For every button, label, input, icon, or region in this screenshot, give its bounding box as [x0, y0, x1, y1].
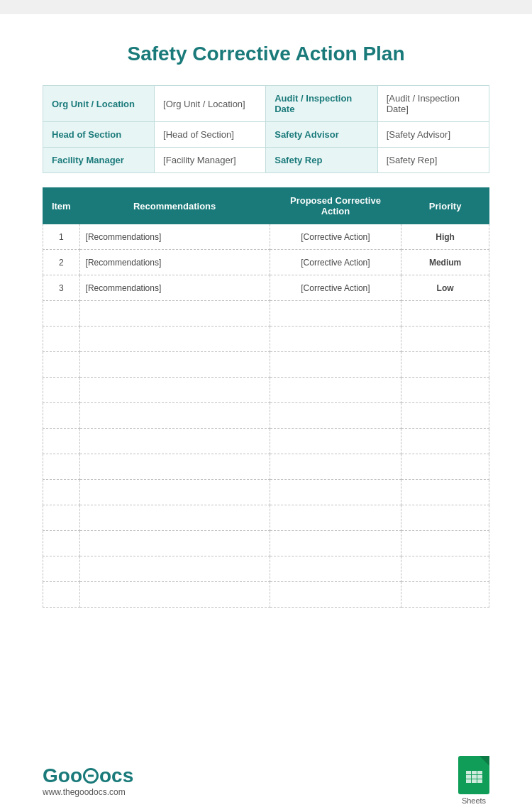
cell-priority: Medium	[401, 250, 489, 275]
cell-item	[43, 403, 80, 429]
cell-recommendation	[79, 403, 270, 429]
table-row	[43, 301, 489, 327]
cell-recommendation	[79, 301, 270, 327]
cell-item	[43, 454, 80, 480]
table-row	[43, 531, 489, 556]
table-row: 2[Recommendations][Corrective Action]Med…	[43, 250, 489, 275]
grid-cell	[477, 771, 482, 774]
table-row	[43, 429, 489, 454]
main-table: ItemRecommendationsProposed Corrective A…	[43, 187, 489, 608]
cell-corrective-action: [Corrective Action]	[270, 224, 401, 250]
info-value: [Head of Section]	[155, 122, 266, 148]
cell-corrective-action	[270, 327, 401, 352]
sheets-label: Sheets	[462, 796, 486, 805]
cell-item: 3	[43, 275, 80, 301]
info-label: Head of Section	[43, 122, 155, 148]
cell-recommendation	[79, 556, 270, 582]
page-title: Safety Corrective Action Plan	[43, 43, 489, 65]
cell-item	[43, 327, 80, 352]
logo-goo: Goo	[43, 764, 82, 787]
cell-item	[43, 582, 80, 608]
cell-recommendation	[79, 352, 270, 378]
info-row: Head of Section [Head of Section] Safety…	[43, 122, 489, 148]
cell-corrective-action	[270, 301, 401, 327]
sheets-grid	[466, 771, 482, 783]
table-row	[43, 480, 489, 505]
info-value: [Org Unit / Location]	[155, 86, 266, 122]
cell-item	[43, 429, 80, 454]
cell-priority: High	[401, 224, 489, 250]
cell-priority	[401, 301, 489, 327]
info-label: Safety Rep	[266, 148, 377, 173]
cell-corrective-action	[270, 429, 401, 454]
cell-priority	[401, 454, 489, 480]
cell-priority	[401, 480, 489, 505]
grid-cell	[477, 775, 482, 779]
cell-priority	[401, 403, 489, 429]
table-row: 3[Recommendations][Corrective Action]Low	[43, 275, 489, 301]
cell-corrective-action	[270, 403, 401, 429]
cell-priority	[401, 505, 489, 531]
cell-item	[43, 505, 80, 531]
cell-item: 2	[43, 250, 80, 275]
cell-recommendation	[79, 531, 270, 556]
cell-item: 1	[43, 224, 80, 250]
logo-url: www.thegoodocs.com	[43, 787, 133, 797]
info-grid: Org Unit / Location [Org Unit / Location…	[43, 85, 489, 173]
cell-priority	[401, 531, 489, 556]
grid-cell	[466, 775, 471, 779]
table-row	[43, 582, 489, 608]
table-row	[43, 454, 489, 480]
sheets-icon: Sheets	[458, 756, 489, 805]
cell-item	[43, 556, 80, 582]
cell-recommendation: [Recommendations]	[79, 250, 270, 275]
info-row: Facility Manager [Facility Manager] Safe…	[43, 148, 489, 173]
cell-priority	[401, 327, 489, 352]
info-value: [Safety Rep]	[377, 148, 489, 173]
table-header-priority: Priority	[401, 188, 489, 224]
info-label: Audit / Inspection Date	[266, 86, 377, 122]
cell-corrective-action: [Corrective Action]	[270, 250, 401, 275]
footer: Goo ocs www.thegoodocs.com	[43, 756, 489, 805]
footer-logo: Goo ocs www.thegoodocs.com	[43, 764, 133, 797]
table-row	[43, 327, 489, 352]
cell-priority	[401, 378, 489, 403]
info-value: [Audit / Inspection Date]	[377, 86, 489, 122]
cell-recommendation	[79, 378, 270, 403]
cell-corrective-action	[270, 582, 401, 608]
table-row	[43, 352, 489, 378]
page: Safety Corrective Action Plan Org Unit /…	[0, 14, 532, 812]
table-row	[43, 403, 489, 429]
cell-item	[43, 378, 80, 403]
cell-corrective-action	[270, 352, 401, 378]
cell-priority	[401, 352, 489, 378]
cell-corrective-action	[270, 454, 401, 480]
table-row: 1[Recommendations][Corrective Action]Hig…	[43, 224, 489, 250]
table-header-proposed-corrective-action: Proposed Corrective Action	[270, 188, 401, 224]
cell-item	[43, 480, 80, 505]
cell-recommendation	[79, 327, 270, 352]
table-header-item: Item	[43, 188, 80, 224]
cell-recommendation	[79, 582, 270, 608]
cell-priority	[401, 429, 489, 454]
cell-recommendation: [Recommendations]	[79, 275, 270, 301]
sheets-badge	[458, 756, 489, 794]
cell-item	[43, 352, 80, 378]
info-row: Org Unit / Location [Org Unit / Location…	[43, 86, 489, 122]
table-header-recommendations: Recommendations	[79, 188, 270, 224]
table-row	[43, 556, 489, 582]
grid-cell	[472, 779, 477, 783]
logo-d-icon	[83, 768, 99, 784]
table-row	[43, 505, 489, 531]
table-row	[43, 378, 489, 403]
grid-cell	[472, 771, 477, 774]
info-value: [Safety Advisor]	[377, 122, 489, 148]
info-label: Safety Advisor	[266, 122, 377, 148]
cell-corrective-action	[270, 505, 401, 531]
info-label: Facility Manager	[43, 148, 155, 173]
logo-text: Goo ocs	[43, 764, 133, 787]
cell-corrective-action	[270, 378, 401, 403]
grid-cell	[477, 779, 482, 783]
info-label: Org Unit / Location	[43, 86, 155, 122]
grid-cell	[472, 775, 477, 779]
